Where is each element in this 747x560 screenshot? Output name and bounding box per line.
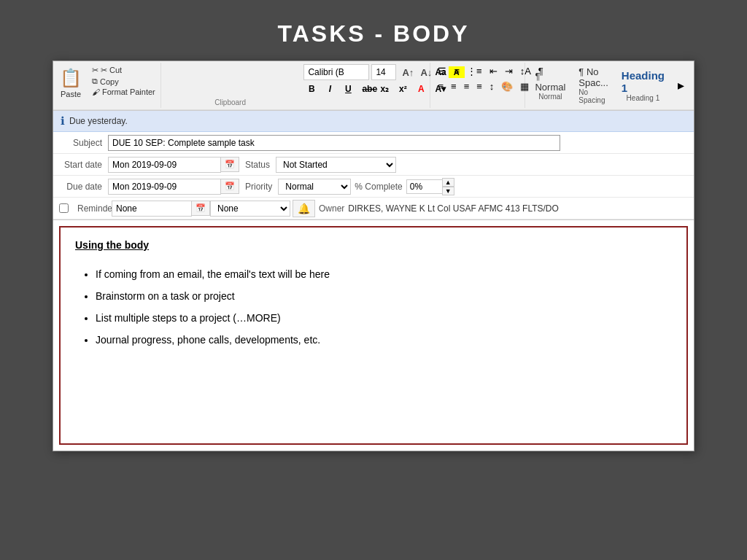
paragraph-group: ☰ ≡ ⋮≡ ⇤ ⇥ ↕A ¶ ≡ ≡ ≡ ≡ ↕ 🎨 — [430, 63, 525, 108]
pct-complete-input[interactable] — [406, 179, 443, 194]
cut-label: ✂ Cut — [101, 66, 122, 75]
style-nospace[interactable]: ¶ No Spac... No Spacing — [573, 64, 613, 106]
align-center-button[interactable]: ≡ — [448, 79, 460, 93]
reminder-owner-row: Reminder 📅 None 🔔 Owner DIRKES, WAYNE K … — [53, 198, 694, 219]
multilevel-button[interactable]: ⋮≡ — [464, 64, 485, 78]
reminder-time-select[interactable]: None — [210, 201, 290, 217]
clipboard-section-label: Clipboard — [161, 98, 300, 106]
italic-button[interactable]: I — [322, 82, 338, 96]
due-priority-row: Due date 📅 Priority Low Normal High % Co… — [53, 176, 694, 198]
start-date-label: Start date — [53, 157, 108, 173]
subject-label: Subject — [53, 135, 108, 151]
subject-row: Subject — [53, 132, 694, 154]
font-size-input[interactable] — [371, 64, 396, 80]
format-painter-label: Format Painter — [102, 88, 155, 96]
reminder-bell-button[interactable]: 🔔 — [293, 200, 315, 217]
copy-button[interactable]: ⧉ Copy — [90, 76, 158, 87]
font-row1: A↑ A↓ Aa A — [303, 64, 425, 80]
copy-icon: ⧉ — [92, 77, 98, 86]
paste-button[interactable]: 📋 Paste — [56, 65, 85, 100]
clipboard-group: 📋 Paste ✂ ✂ Cut ⧉ Copy 🖌 — [53, 63, 161, 108]
info-icon: ℹ — [61, 114, 65, 128]
font-row2: B I U abe x₂ x² A A▾ — [303, 82, 425, 96]
body-list: If coming from an email, the email's tex… — [75, 264, 672, 350]
due-date-calendar-button[interactable]: 📅 — [220, 179, 239, 194]
paste-icon: 📋 — [59, 66, 82, 90]
ribbon: 📋 Paste ✂ ✂ Cut ⧉ Copy 🖌 — [53, 61, 694, 111]
align-right-button[interactable]: ≡ — [461, 79, 473, 93]
list-item: If coming from an email, the email's tex… — [96, 264, 672, 284]
priority-select[interactable]: Low Normal High — [278, 179, 351, 195]
due-date-label: Due date — [53, 179, 108, 195]
style-heading1[interactable]: Heading 1 Heading 1 — [616, 67, 670, 104]
pct-down-button[interactable]: ▼ — [442, 187, 454, 195]
reminder-date-input[interactable] — [112, 201, 192, 217]
numbering-button[interactable]: ≡ — [451, 64, 462, 78]
style-nospace-label: No Spacing — [578, 88, 608, 104]
line-spacing-button[interactable]: ↕ — [487, 79, 498, 93]
subscript-button[interactable]: x₂ — [376, 82, 392, 96]
grow-font-button[interactable]: A↑ — [398, 66, 414, 79]
font-color-button[interactable]: A — [413, 82, 429, 96]
owner-value: DIRKES, WAYNE K Lt Col USAF AFMC 413 FLT… — [348, 203, 559, 214]
format-painter-icon: 🖌 — [92, 88, 100, 96]
cut-icon: ✂ — [92, 66, 98, 75]
style-normal-text: ¶ Normal — [535, 71, 565, 93]
info-message: Due yesterday. — [69, 116, 128, 126]
style-more[interactable]: ▸ — [673, 75, 689, 96]
decrease-indent-button[interactable]: ⇤ — [487, 64, 500, 78]
pct-complete-label: % Complete — [351, 182, 406, 192]
superscript-button[interactable]: x² — [395, 82, 411, 96]
para-row2: ≡ ≡ ≡ ≡ ↕ 🎨 ▦ — [435, 79, 520, 93]
clipboard-small-buttons: ✂ ✂ Cut ⧉ Copy 🖌 Format Painter — [90, 65, 158, 97]
status-label: Status — [239, 160, 276, 170]
strikethrough-button[interactable]: abe — [358, 82, 374, 96]
paste-label: Paste — [61, 90, 81, 98]
slide-title: TASKS - BODY — [278, 0, 470, 61]
font-group: A↑ A↓ Aa A B I U abe x₂ x² A A▾ — [299, 63, 430, 108]
bold-button[interactable]: B — [303, 82, 320, 96]
pct-up-button[interactable]: ▲ — [442, 178, 454, 187]
reminder-calendar-button[interactable]: 📅 — [191, 201, 210, 216]
cut-button[interactable]: ✂ ✂ Cut — [90, 65, 158, 76]
style-heading1-text: Heading 1 — [622, 69, 665, 94]
outlook-window: 📋 Paste ✂ ✂ Cut ⧉ Copy 🖌 — [53, 61, 694, 451]
body-heading: Using the body — [75, 239, 672, 251]
list-item: Journal progress, phone calls, developme… — [96, 330, 672, 350]
ribbon-row: 📋 Paste ✂ ✂ Cut ⧉ Copy 🖌 — [53, 61, 694, 110]
list-item: Brainstorm on a task or project — [96, 286, 672, 306]
subject-input[interactable] — [108, 135, 560, 151]
underline-button[interactable]: U — [340, 82, 356, 96]
styles-arrow-icon: ▸ — [678, 77, 684, 93]
status-select[interactable]: Not Started In Progress Completed Waitin… — [276, 157, 396, 173]
task-fields: Subject Start date 📅 Status Not Started … — [53, 132, 694, 220]
start-date-input[interactable] — [108, 157, 221, 173]
bullets-button[interactable]: ☰ — [435, 64, 449, 78]
style-heading1-label: Heading 1 — [627, 94, 660, 102]
priority-label: Priority — [239, 182, 278, 192]
style-normal-label: Normal — [538, 93, 562, 101]
style-normal[interactable]: ¶ Normal Normal — [530, 69, 570, 103]
styles-group: ¶ Normal Normal ¶ No Spac... No Spacing … — [525, 63, 694, 108]
font-family-input[interactable] — [303, 64, 369, 80]
justify-button[interactable]: ≡ — [473, 79, 485, 93]
body-area: Using the body If coming from an email, … — [59, 226, 688, 445]
info-bar: ℹ Due yesterday. — [53, 111, 694, 132]
start-status-row: Start date 📅 Status Not Started In Progr… — [53, 154, 694, 176]
start-date-calendar-button[interactable]: 📅 — [220, 157, 239, 172]
style-nospace-text: ¶ No Spac... — [578, 66, 608, 88]
reminder-checkbox[interactable] — [59, 203, 69, 213]
copy-label: Copy — [100, 77, 119, 86]
reminder-label: Reminder — [71, 201, 112, 217]
due-date-input[interactable] — [108, 179, 221, 195]
shading-button[interactable]: 🎨 — [498, 79, 516, 93]
owner-label: Owner — [315, 203, 348, 214]
list-item: List multiple steps to a project (…MORE) — [96, 308, 672, 328]
para-row1: ☰ ≡ ⋮≡ ⇤ ⇥ ↕A ¶ — [435, 64, 520, 78]
format-painter-button[interactable]: 🖌 Format Painter — [90, 87, 158, 97]
align-left-button[interactable]: ≡ — [435, 79, 446, 93]
increase-indent-button[interactable]: ⇥ — [502, 64, 516, 78]
slide-background: TASKS - BODY 📋 Paste ✂ ✂ Cut — [0, 0, 747, 560]
